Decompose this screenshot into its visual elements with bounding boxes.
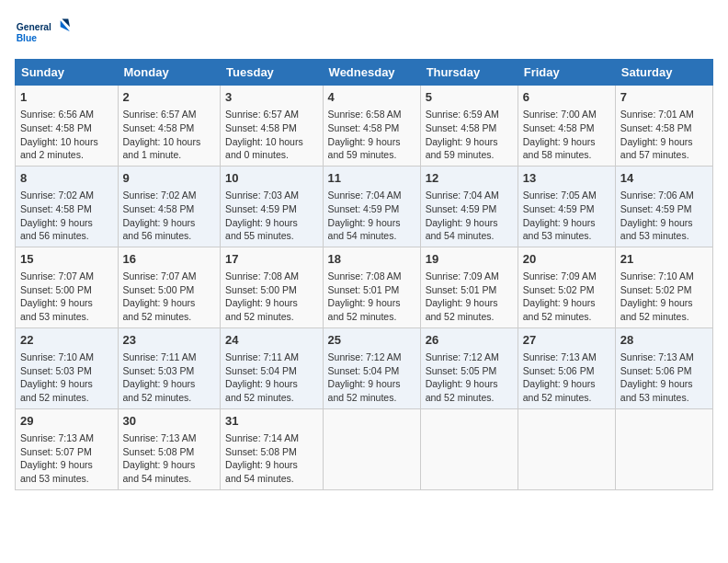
day-info-line: Daylight: 9 hours bbox=[123, 377, 216, 391]
day-info-line: and 56 minutes. bbox=[123, 229, 216, 243]
day-info-line: Daylight: 10 hours bbox=[225, 135, 318, 149]
day-info-line: Daylight: 9 hours bbox=[426, 216, 513, 230]
day-info-line: Daylight: 9 hours bbox=[523, 377, 610, 391]
calendar-cell: 28Sunrise: 7:13 AMSunset: 5:06 PMDayligh… bbox=[615, 327, 712, 408]
day-number: 1 bbox=[20, 89, 113, 106]
day-number: 5 bbox=[426, 89, 513, 106]
calendar-cell: 26Sunrise: 7:12 AMSunset: 5:05 PMDayligh… bbox=[420, 327, 518, 408]
day-info-line: Sunrise: 7:00 AM bbox=[523, 108, 610, 121]
day-number: 21 bbox=[620, 251, 708, 268]
day-number: 30 bbox=[123, 413, 216, 430]
day-number: 6 bbox=[523, 89, 610, 106]
day-info-line: and 59 minutes. bbox=[426, 148, 513, 162]
day-info-line: Daylight: 9 hours bbox=[328, 377, 415, 391]
weekday-header-tuesday: Tuesday bbox=[221, 60, 324, 86]
day-info-line: Sunset: 4:58 PM bbox=[620, 121, 708, 135]
day-info-line: Sunrise: 7:07 AM bbox=[123, 270, 216, 283]
day-info-line: Sunrise: 7:13 AM bbox=[620, 350, 708, 364]
weekday-header-friday: Friday bbox=[518, 60, 615, 86]
day-info-line: Sunset: 5:04 PM bbox=[225, 364, 318, 378]
day-info-line: Daylight: 9 hours bbox=[620, 135, 708, 149]
day-info-line: Sunrise: 7:02 AM bbox=[123, 189, 216, 202]
day-info-line: Daylight: 9 hours bbox=[20, 458, 113, 472]
calendar-cell: 12Sunrise: 7:04 AMSunset: 4:59 PMDayligh… bbox=[420, 166, 518, 247]
day-info-line: Daylight: 10 hours bbox=[20, 135, 113, 149]
day-number: 28 bbox=[620, 332, 708, 349]
day-info-line: Sunset: 5:00 PM bbox=[123, 283, 216, 297]
calendar-cell bbox=[420, 408, 518, 489]
day-info-line: and 53 minutes. bbox=[20, 310, 113, 324]
day-number: 11 bbox=[328, 170, 415, 187]
day-info-line: Sunset: 5:02 PM bbox=[620, 283, 708, 297]
day-info-line: Sunset: 5:06 PM bbox=[523, 364, 610, 378]
day-info-line: Sunset: 5:02 PM bbox=[523, 283, 610, 297]
day-info-line: and 52 minutes. bbox=[20, 391, 113, 405]
day-info-line: and 53 minutes. bbox=[620, 391, 708, 405]
day-info-line: Daylight: 9 hours bbox=[328, 135, 415, 149]
day-info-line: Sunset: 4:58 PM bbox=[123, 121, 216, 135]
calendar-table: SundayMondayTuesdayWednesdayThursdayFrid… bbox=[15, 59, 713, 490]
day-number: 14 bbox=[620, 170, 708, 187]
day-info-line: and 1 minute. bbox=[123, 148, 216, 162]
day-info-line: Sunrise: 6:56 AM bbox=[20, 108, 113, 121]
day-info-line: Daylight: 9 hours bbox=[225, 458, 318, 472]
day-number: 19 bbox=[426, 251, 513, 268]
weekday-header-sunday: Sunday bbox=[16, 60, 119, 86]
day-info-line: Sunset: 5:01 PM bbox=[426, 283, 513, 297]
calendar-cell: 30Sunrise: 7:13 AMSunset: 5:08 PMDayligh… bbox=[118, 408, 221, 489]
day-info-line: Sunrise: 7:09 AM bbox=[426, 270, 513, 283]
day-number: 10 bbox=[225, 170, 318, 187]
day-info-line: Daylight: 9 hours bbox=[620, 377, 708, 391]
day-info-line: Daylight: 9 hours bbox=[123, 296, 216, 310]
calendar-cell: 31Sunrise: 7:14 AMSunset: 5:08 PMDayligh… bbox=[221, 408, 324, 489]
day-info-line: Sunset: 5:03 PM bbox=[20, 364, 113, 378]
day-info-line: Sunrise: 6:57 AM bbox=[123, 108, 216, 121]
day-number: 22 bbox=[20, 332, 113, 349]
day-info-line: and 52 minutes. bbox=[123, 391, 216, 405]
day-info-line: Sunset: 4:58 PM bbox=[123, 202, 216, 216]
calendar-cell: 13Sunrise: 7:05 AMSunset: 4:59 PMDayligh… bbox=[518, 166, 615, 247]
day-info-line: and 56 minutes. bbox=[20, 229, 113, 243]
day-number: 2 bbox=[123, 89, 216, 106]
day-info-line: Sunrise: 7:07 AM bbox=[20, 270, 113, 283]
calendar-cell: 16Sunrise: 7:07 AMSunset: 5:00 PMDayligh… bbox=[118, 247, 221, 327]
week-row-4: 22Sunrise: 7:10 AMSunset: 5:03 PMDayligh… bbox=[16, 327, 713, 408]
day-info-line: Daylight: 9 hours bbox=[426, 135, 513, 149]
day-info-line: Sunset: 4:58 PM bbox=[523, 121, 610, 135]
header: General Blue bbox=[15, 15, 713, 52]
day-info-line: Sunset: 4:58 PM bbox=[426, 121, 513, 135]
day-info-line: and 0 minutes. bbox=[225, 148, 318, 162]
day-info-line: Daylight: 9 hours bbox=[328, 216, 415, 230]
calendar-cell: 21Sunrise: 7:10 AMSunset: 5:02 PMDayligh… bbox=[615, 247, 712, 327]
day-info-line: and 54 minutes. bbox=[426, 229, 513, 243]
weekday-header-monday: Monday bbox=[118, 60, 221, 86]
day-number: 12 bbox=[426, 170, 513, 187]
day-info-line: and 53 minutes. bbox=[620, 229, 708, 243]
calendar-cell: 24Sunrise: 7:11 AMSunset: 5:04 PMDayligh… bbox=[221, 327, 324, 408]
day-info-line: and 53 minutes. bbox=[523, 229, 610, 243]
day-info-line: Sunset: 5:08 PM bbox=[225, 445, 318, 459]
calendar-cell: 23Sunrise: 7:11 AMSunset: 5:03 PMDayligh… bbox=[118, 327, 221, 408]
day-number: 26 bbox=[426, 332, 513, 349]
day-info-line: Daylight: 9 hours bbox=[20, 296, 113, 310]
calendar-cell: 27Sunrise: 7:13 AMSunset: 5:06 PMDayligh… bbox=[518, 327, 615, 408]
svg-text:General: General bbox=[17, 22, 51, 32]
day-info-line: Sunset: 4:59 PM bbox=[225, 202, 318, 216]
day-number: 31 bbox=[225, 413, 318, 430]
calendar-cell: 8Sunrise: 7:02 AMSunset: 4:58 PMDaylight… bbox=[16, 166, 119, 247]
day-info-line: Sunset: 4:58 PM bbox=[20, 121, 113, 135]
day-number: 29 bbox=[20, 413, 113, 430]
week-row-1: 1Sunrise: 6:56 AMSunset: 4:58 PMDaylight… bbox=[16, 86, 713, 167]
week-row-3: 15Sunrise: 7:07 AMSunset: 5:00 PMDayligh… bbox=[16, 247, 713, 327]
day-info-line: Sunset: 4:59 PM bbox=[523, 202, 610, 216]
day-info-line: and 58 minutes. bbox=[523, 148, 610, 162]
day-info-line: Sunset: 4:59 PM bbox=[426, 202, 513, 216]
day-info-line: Daylight: 9 hours bbox=[123, 458, 216, 472]
day-info-line: Sunrise: 7:09 AM bbox=[523, 270, 610, 283]
day-info-line: and 52 minutes. bbox=[426, 391, 513, 405]
day-info-line: and 57 minutes. bbox=[620, 148, 708, 162]
day-info-line: and 54 minutes. bbox=[123, 472, 216, 486]
day-info-line: Sunset: 5:07 PM bbox=[20, 445, 113, 459]
calendar-cell: 15Sunrise: 7:07 AMSunset: 5:00 PMDayligh… bbox=[16, 247, 119, 327]
day-info-line: Sunset: 4:58 PM bbox=[328, 121, 415, 135]
